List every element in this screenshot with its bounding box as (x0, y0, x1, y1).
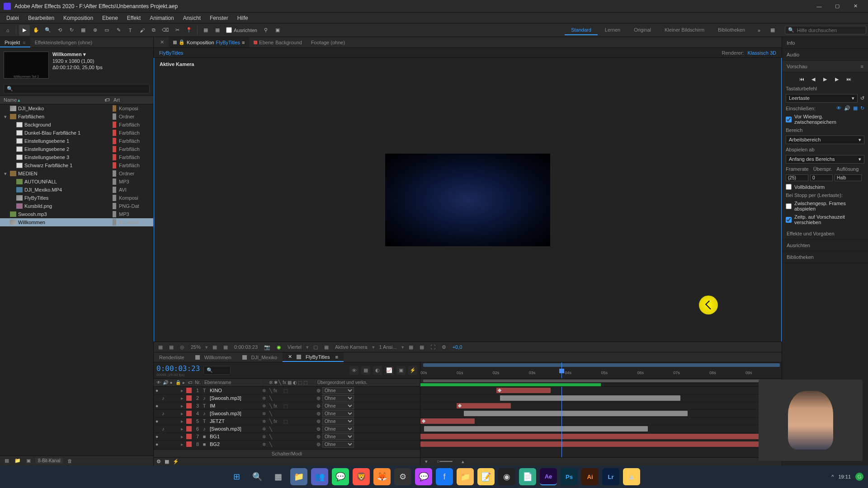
workspace-kleiner[interactable]: Kleiner Bildschirm (658, 25, 711, 35)
photoshop-icon[interactable]: Ps (561, 468, 578, 485)
project-item[interactable]: Einstellungsebene 3Farbfläch (0, 153, 153, 161)
viewer-transparency-icon[interactable]: ▦ (322, 344, 330, 350)
viewer-fast-icon[interactable]: ▦ (418, 344, 426, 350)
project-search[interactable]: 🔍 (4, 84, 150, 94)
include-loop-icon[interactable]: ↻ (860, 105, 864, 111)
menu-animation[interactable]: Animation (145, 13, 178, 23)
viewer-resolution[interactable]: Viertel (286, 344, 303, 350)
project-item[interactable]: ▾FarbflächenOrdner (0, 113, 153, 121)
obs-icon[interactable]: ◉ (498, 468, 515, 485)
viewer-flowchart-icon[interactable]: ⚙ (440, 344, 448, 350)
tab-flybytitles[interactable]: ✕FlyByTitles≡ (283, 352, 344, 362)
maximize-button[interactable]: ▢ (828, 0, 846, 13)
project-thumbnail[interactable]: Willkommen Teil 2 (4, 52, 49, 79)
viewer-views[interactable]: 1 Ansi... (377, 344, 399, 350)
renderer-value[interactable]: Klassisch 3D (747, 50, 776, 56)
res-field[interactable]: Halb (835, 174, 862, 181)
tray-up-icon[interactable]: ^ (831, 474, 834, 479)
layer-bar-row[interactable] (420, 387, 782, 394)
timeline-search[interactable]: 🔍 (203, 366, 231, 375)
notes-icon[interactable]: 📝 (477, 468, 495, 485)
timeline-ruler[interactable]: 00s01s02s03s04s05s06s07s08s09s10s (420, 362, 782, 379)
project-item[interactable]: Schwarz Farbfläche 1Farbfläch (0, 161, 153, 169)
hand-tool-icon[interactable]: ✋ (31, 25, 42, 36)
workspace-original[interactable]: Original (627, 25, 657, 35)
project-item[interactable]: DJI_MexikoKomposi (0, 104, 153, 113)
snap-grid-icon[interactable]: ▦ (212, 25, 223, 36)
tab-willkommen[interactable]: Willkommen (190, 352, 237, 362)
shape-tool-icon[interactable]: ▭ (101, 25, 112, 36)
tab-composition[interactable]: 🔒 Komposition FlyByTitles ≡ (169, 37, 249, 47)
timeline-workstrip[interactable] (420, 379, 782, 383)
app2-icon[interactable]: ▲ (623, 468, 640, 485)
folder-icon[interactable]: 📁 (457, 468, 474, 485)
interpret-footage-icon[interactable]: ▦ (3, 457, 11, 465)
menu-ebene[interactable]: Ebene (98, 13, 123, 23)
viewer-magnify-icon[interactable]: ▦ (156, 344, 165, 350)
layer-bar-row[interactable] (420, 410, 782, 418)
layer-bar-row[interactable] (420, 418, 782, 425)
layer-row[interactable]: ●▸7■BG1✲ ╲ ⊚Ohne (154, 433, 420, 441)
range-dropdown[interactable]: Arbeitsbereich▾ (786, 136, 864, 144)
layer-bar-row[interactable] (420, 394, 782, 402)
project-comp-name[interactable]: Willkommen ▾ (52, 52, 103, 57)
mask-mode-icon[interactable]: ▣ (272, 25, 283, 36)
project-item[interactable]: Swoosh.mp3MP3 (0, 210, 153, 218)
camera-tool-icon[interactable]: ▦ (78, 25, 89, 36)
start-icon[interactable]: ⊞ (228, 468, 245, 485)
roto-tool-icon[interactable]: ✂ (172, 25, 183, 36)
include-video-icon[interactable]: 👁 (836, 105, 841, 111)
layer-row[interactable]: ♪▸4♪[Swoosh.mp3]✲ ╲ ⊚Ohne (154, 410, 420, 418)
menu-datei[interactable]: Datei (2, 13, 24, 23)
project-list[interactable]: DJI_MexikoKomposi▾FarbflächenOrdnerBackg… (0, 104, 153, 455)
bit-depth[interactable]: 8-Bit-Kanal (35, 458, 63, 464)
tab-dji-mexiko[interactable]: DJI_Mexiko (237, 352, 283, 362)
layer-row[interactable]: ●▸3TIM✲ ╲ fx ⬚⊚Ohne (154, 402, 420, 410)
timeline-zoom-footer[interactable]: ▾ ○━━━━ ▴ (420, 457, 782, 465)
panel-effects[interactable]: Effekte und Vorgaben (782, 228, 868, 239)
tray-notification-icon[interactable]: G (855, 473, 863, 481)
panel-info[interactable]: Info (782, 37, 868, 49)
timeline-work-area[interactable] (423, 363, 780, 367)
tab-close[interactable]: ✕ (156, 37, 169, 47)
lock-icon[interactable]: 🔒 (179, 39, 185, 45)
explorer-icon[interactable]: 📁 (290, 468, 307, 485)
project-item[interactable]: Kursbild.pngPNG-Dat (0, 202, 153, 210)
brainstorm-icon[interactable]: ⚡ (408, 366, 417, 375)
timeline-switches-modes[interactable]: Schalter/Modi (154, 449, 420, 457)
minimize-button[interactable]: — (810, 0, 828, 13)
last-frame-icon[interactable]: ⏭ (844, 75, 853, 83)
messenger-icon[interactable]: 💬 (415, 468, 432, 485)
pen-tool-icon[interactable]: ✎ (113, 25, 124, 36)
project-item[interactable]: ▾MEDIENOrdner (0, 169, 153, 178)
zoom-in-icon[interactable]: ▴ (462, 459, 464, 465)
viewer-pixel-icon[interactable]: ▦ (407, 344, 415, 350)
project-item[interactable]: AUTOUNFALLMP3 (0, 178, 153, 186)
project-item[interactable]: Dunkel-Blau Farbfläche 1Farbfläch (0, 129, 153, 137)
timeline-timecode[interactable]: 0:00:03:23 (156, 364, 200, 373)
project-column-headers[interactable]: Name▴ 🏷 Art (0, 95, 153, 104)
frame-blend-icon[interactable]: ▦ (361, 366, 370, 375)
panel-libraries[interactable]: Bibliotheken (782, 251, 868, 263)
zoom-out-icon[interactable]: ▾ (425, 459, 428, 465)
workspace-bibliotheken[interactable]: Bibliotheken (712, 25, 751, 35)
fullscreen-checkbox[interactable] (786, 184, 792, 190)
project-item[interactable]: Einstellungsebene 1Farbfläch (0, 137, 153, 145)
viewer-grid-icon[interactable]: ▦ (211, 344, 219, 350)
shortcut-dropdown[interactable]: Leertaste▾ (786, 94, 858, 103)
timeline-column-header[interactable]: 👁🔊●🔒 ▸ 🏷 Nr. Ebenenname ✲ ✱ ╲ fx ▦ ◐ ⬚ ⬚… (154, 379, 420, 387)
rotate-tool-icon[interactable]: ↻ (66, 25, 77, 36)
teams-icon[interactable]: 👥 (311, 468, 328, 485)
tab-projekt[interactable]: Projekt≡ (0, 37, 30, 47)
taskbar-time[interactable]: 19:11 (838, 474, 851, 479)
viewer-zoom[interactable]: 25% (189, 344, 203, 350)
anchor-tool-icon[interactable]: ⊕ (90, 25, 100, 36)
sync-settings-icon[interactable]: ▦ (767, 25, 778, 36)
layer-bar-row[interactable] (420, 425, 782, 433)
whatsapp-icon[interactable]: 💬 (332, 468, 349, 485)
stop-time-checkbox[interactable] (786, 217, 792, 223)
firefox-icon[interactable]: 🦊 (373, 468, 391, 485)
brave-icon[interactable]: 🦁 (353, 468, 370, 485)
menu-hilfe[interactable]: Hilfe (233, 13, 253, 23)
timeline-layer-rows[interactable]: ●▸1TKINO✲ ╲ fx ⬚⊚Ohne♪▸2♪[Swoosh.mp3]✲ ╲… (154, 387, 420, 449)
